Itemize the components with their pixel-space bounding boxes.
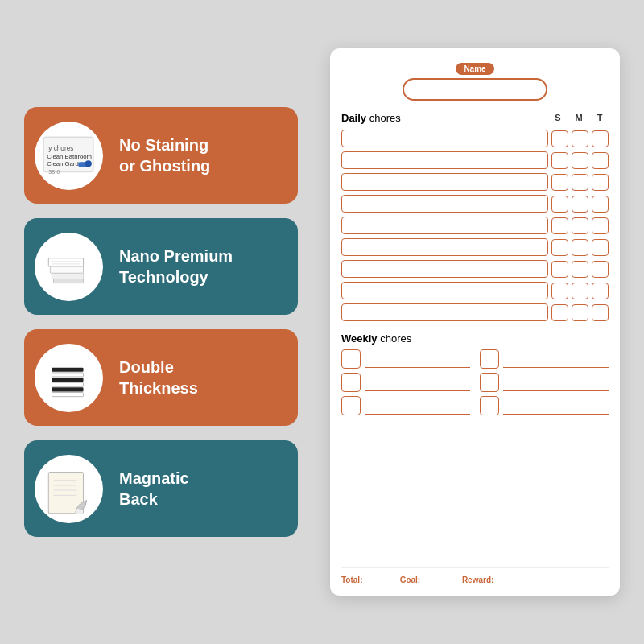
features-column: y chores Clean Bathroom Clean Garden 38 … [24,107,298,537]
footer-total: Total: ______ [341,576,392,584]
daily-header-row: Daily chores S M T [341,110,609,125]
chore-input-4 [341,195,548,213]
checkbox-2-s[interactable] [551,152,568,169]
feature-text-4: MagnaticBack [113,460,298,518]
weekly-input-1 [365,350,470,368]
svg-text:38   6: 38 6 [48,168,60,175]
chore-row-3 [341,173,609,191]
checkboxes-1 [551,130,609,147]
weekly-row-3 [341,396,470,415]
feature-icon-area-4 [24,440,113,537]
checkbox-5-s[interactable] [551,217,568,234]
svg-text:y chores: y chores [48,145,73,152]
daily-rows [341,130,609,321]
weekly-section-title: Weekly chores [341,332,609,345]
chore-row-9 [341,303,609,321]
icon-circle-3 [35,344,103,412]
feature-text-2: Nano PremiumTechnology [113,237,298,295]
chore-row-5 [341,217,609,234]
checkbox-9-m[interactable] [572,304,588,321]
weekly-input-3 [365,397,470,415]
weekly-checkbox-6[interactable] [480,396,499,415]
day-t: T [591,113,609,122]
checkbox-2-t[interactable] [592,152,609,169]
checkbox-8-m[interactable] [572,283,588,299]
weekly-col-left [341,349,470,415]
checkbox-1-t[interactable] [592,130,609,147]
checkbox-7-t[interactable] [592,261,609,278]
weekly-checkbox-1[interactable] [341,349,361,369]
svg-point-6 [85,160,92,167]
checkbox-8-t[interactable] [592,283,609,299]
day-headers: S M T [549,113,609,122]
feature-card-2: Nano PremiumTechnology [24,218,298,315]
checkbox-7-s[interactable] [551,261,568,278]
weekly-row-2 [341,373,470,392]
icon-circle-2 [35,233,103,301]
checkbox-1-s[interactable] [551,130,568,147]
svg-rect-18 [52,368,83,372]
chore-row-4 [341,195,609,213]
whiteboard-icon: y chores Clean Bathroom Clean Garden 38 … [40,127,97,184]
footer-goal: Goal: _______ [400,576,454,584]
checkbox-3-m[interactable] [572,174,588,191]
name-field [402,78,547,101]
checkbox-5-m[interactable] [572,217,588,234]
checkboxes-8 [551,283,609,299]
feature-text-1: No Stainingor Ghosting [113,126,298,184]
feature-icon-area-3 [24,329,113,426]
svg-rect-13 [52,393,83,397]
goal-label: Goal: _______ [400,576,454,584]
weekly-input-2 [365,374,470,391]
weekly-checkbox-4[interactable] [480,349,499,369]
checkboxes-6 [551,239,609,256]
checkbox-9-t[interactable] [592,304,609,321]
chore-row-6 [341,238,609,256]
weekly-checkbox-5[interactable] [480,373,499,392]
checkbox-2-m[interactable] [572,152,588,169]
weekly-bold: Weekly [341,332,378,345]
checkbox-1-m[interactable] [572,130,588,147]
feature-card-3: DoubleThickness [24,329,298,426]
svg-rect-14 [52,387,83,391]
weekly-grid [341,349,609,415]
weekly-row-1 [341,349,470,369]
checkbox-9-s[interactable] [551,304,568,321]
checkbox-7-m[interactable] [572,261,588,278]
checkbox-4-t[interactable] [592,196,609,213]
total-label: Total: ______ [341,576,392,584]
checkbox-5-t[interactable] [592,217,609,234]
chore-row-8 [341,282,609,299]
svg-rect-17 [52,373,83,377]
checkbox-6-t[interactable] [592,239,609,256]
checkbox-3-t[interactable] [592,174,609,191]
main-content: y chores Clean Bathroom Clean Garden 38 … [0,0,644,644]
weekly-checkbox-3[interactable] [341,396,361,415]
checkbox-4-s[interactable] [551,196,568,213]
svg-rect-16 [52,378,83,382]
chore-row-1 [341,130,609,147]
name-tag: Name [456,63,493,75]
reward-label: Reward: ___ [462,576,510,584]
svg-rect-15 [52,382,83,386]
checkbox-4-m[interactable] [572,196,588,213]
checkboxes-9 [551,304,609,321]
weekly-section: Weekly chores [341,332,609,415]
daily-light: chores [366,112,401,124]
checkbox-3-s[interactable] [551,174,568,191]
weekly-input-4 [503,350,609,368]
checkbox-6-m[interactable] [572,239,588,256]
feature-card-1: y chores Clean Bathroom Clean Garden 38 … [24,107,298,204]
feature-icon-area-2 [24,218,113,315]
checkbox-8-s[interactable] [551,283,568,299]
daily-section-title: Daily chores [341,110,546,125]
chart-footer: Total: ______ Goal: _______ Reward: ___ [341,567,609,584]
chore-input-5 [341,217,548,234]
checkboxes-3 [551,174,609,191]
chore-chart: Name Daily chores S M T [330,48,620,596]
feature-text-3: DoubleThickness [113,349,298,407]
icon-circle-1: y chores Clean Bathroom Clean Garden 38 … [35,122,103,190]
footer-reward: Reward: ___ [462,576,510,584]
weekly-checkbox-2[interactable] [341,373,361,392]
checkbox-6-s[interactable] [551,239,568,256]
